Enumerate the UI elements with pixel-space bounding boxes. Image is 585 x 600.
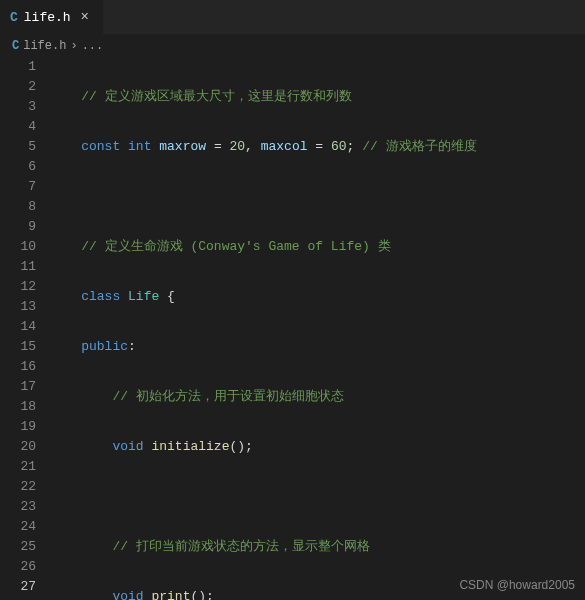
tab-filename: life.h	[24, 10, 71, 25]
code-line	[50, 187, 585, 207]
code-line: // 打印当前游戏状态的方法，显示整个网格	[50, 537, 585, 557]
code-area[interactable]: // 定义游戏区域最大尺寸，这里是行数和列数 const int maxrow …	[50, 57, 585, 600]
breadcrumb-more: ...	[82, 39, 104, 53]
watermark: CSDN @howard2005	[459, 578, 575, 592]
breadcrumb-filename: life.h	[23, 39, 66, 53]
tab-bar: C life.h ×	[0, 0, 585, 35]
chevron-right-icon: ›	[70, 39, 77, 53]
code-editor[interactable]: 1234567891011121314151617181920212223242…	[0, 57, 585, 600]
line-gutter: 1234567891011121314151617181920212223242…	[0, 57, 50, 600]
code-line: class Life {	[50, 287, 585, 307]
code-line: const int maxrow = 20, maxcol = 60; // 游…	[50, 137, 585, 157]
code-line: // 定义生命游戏 (Conway's Game of Life) 类	[50, 237, 585, 257]
breadcrumb[interactable]: C life.h › ...	[0, 35, 585, 57]
code-line	[50, 487, 585, 507]
code-line: // 初始化方法，用于设置初始细胞状态	[50, 387, 585, 407]
c-file-icon: C	[10, 10, 18, 25]
code-line: // 定义游戏区域最大尺寸，这里是行数和列数	[50, 87, 585, 107]
close-icon[interactable]: ×	[77, 9, 93, 25]
code-line: public:	[50, 337, 585, 357]
c-file-icon: C	[12, 39, 19, 53]
code-line: void initialize();	[50, 437, 585, 457]
tab-life-h[interactable]: C life.h ×	[0, 0, 104, 34]
